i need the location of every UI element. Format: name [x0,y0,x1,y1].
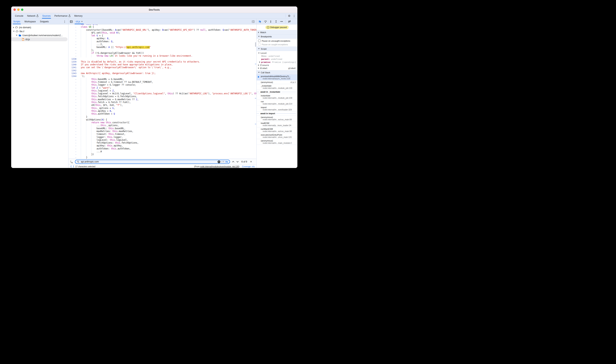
tab-close-icon[interactable]: × [81,20,83,23]
code-token: ._options, [106,124,119,127]
code-token: this [91,107,97,109]
scope-row[interactable]: parent:undefined [257,58,297,61]
previous-match-button[interactable] [232,161,234,162]
scope-value: undefined [268,55,280,57]
coverage-link[interactable]: Coverage: n/a [242,165,254,168]
zoom-window-button[interactable] [21,9,23,11]
call-stack-frame[interactable]: importnode:internal/m...esm/loader:329 [257,106,297,112]
navigator-more-icon[interactable]: ⋮ [63,20,66,23]
deactivate-breakpoints-button[interactable] [288,20,291,23]
tree-item-cli-js[interactable]: cli.js [11,37,68,41]
close-window-button[interactable] [14,9,16,11]
frame-name: (anonymous) [261,116,296,118]
navigator-tab-snippets[interactable]: Snippets [38,19,51,24]
scope-row[interactable]: this:undefined [257,54,297,58]
code-token: null [200,29,206,31]
chevron-right-icon[interactable] [13,27,14,28]
source-code-view[interactable]: var Xs0, $F1;-class $8 {-constructor({ba… [69,25,256,159]
chevron-down-icon[interactable] [13,31,14,32]
tree-item-file-[interactable]: file:// [11,29,68,33]
code-line: -logger: this.logger, [69,136,256,139]
section-scope[interactable]: Scope [257,47,297,51]
regex-toggle[interactable]: (.*) [222,161,224,163]
scope-row[interactable]: Closure [257,64,297,67]
chevron-down-icon[interactable] [258,53,260,54]
code-token: .logLevel, [115,139,128,141]
tree-item--no-domain-[interactable]: (no domain) [11,25,68,29]
section-call-stack[interactable]: Call Stack [257,70,297,75]
editor-pane: cli.js× var Xs0, $F1;-class $8 {-constru… [69,19,256,168]
panel-tab-memory[interactable]: Memory [72,13,84,19]
breakpoint-option[interactable]: Pause on caught exceptions [257,43,297,46]
code-token: (!G.dangerouslyAllowBrowser && Ys0()) [94,52,144,54]
code-token: .baseURL = G.baseURL, [97,78,124,80]
chevron-right-icon[interactable] [258,67,259,69]
chevron-right-icon[interactable] [258,65,259,66]
panel-tab-console[interactable]: Console [13,13,25,19]
scope-row[interactable]: Globalglobal [257,67,297,70]
scope-value: undefined [271,58,282,60]
tab-cli-js[interactable]: cli.js× [73,19,85,24]
scope-row[interactable]: Local [257,52,297,54]
call-stack-frame[interactable]: runnode:internal/m...module_job:214 [257,100,297,106]
call-stack-frame[interactable]: (anonymous)cli.js:1 [257,80,297,84]
clear-search-icon[interactable]: × [218,160,220,163]
settings-gear-icon[interactable]: ⚙ [288,14,291,17]
call-stack-frame[interactable]: _instantiatenode:internal/m...module_job… [257,84,297,90]
frame-name: instantiate [261,94,296,97]
panel-tab-performance[interactable]: Performance [53,13,72,19]
breakpoint-option[interactable]: Pause on uncaught exceptions [257,39,297,43]
line-content: } [79,156,256,159]
code-token: ) { [103,118,107,121]
section-watch[interactable]: Watch [257,30,297,35]
hide-navigator-icon[interactable] [70,20,73,23]
panel-tab-network[interactable]: Network [25,13,40,19]
call-stack-frame[interactable]: loadESMnode:internal/p.../esm_loader:34 [257,121,297,127]
call-stack-frame[interactable]: (anonymous)node:internal/m...es/run_main… [257,116,297,121]
navigator-tab-scripts[interactable]: Scripts [11,19,22,24]
show-debugger-sidebar-icon[interactable] [252,20,254,23]
pretty-print-icon[interactable]: { } [70,165,74,168]
close-find-bar-icon[interactable]: × [250,160,252,163]
search-input[interactable] [80,160,216,163]
call-stack-frame[interactable]: (anonymous)node:internal/m...main_module… [257,139,297,145]
call-stack-frame[interactable]: executeUserEntryPointnode:internal/m...s… [257,133,297,139]
step-into-button[interactable] [269,20,272,23]
step-button[interactable] [280,20,283,23]
code-line: -this.baseURL = G.baseURL, [69,78,256,81]
match-case-toggle[interactable]: Aa [225,161,228,163]
from-link[interactable]: node:internal/modules/esm/module_job:130 [200,165,239,168]
chevron-right-icon[interactable] [259,61,260,63]
step-over-button[interactable] [264,20,267,23]
line-gutter: - [69,40,79,43]
next-match-button[interactable] [236,161,239,162]
code-token: , $F1, Xs0, [100,104,116,106]
find-mode-icon[interactable]: AB [70,160,73,163]
call-stack-frame[interactable]: instantiatenode:internal/m...module_job:… [257,94,297,100]
tree-item-users-jinhuilee-nvm-versions-node-v2-[interactable]: Users/jinhuilee/.nvm/versions/node/v2... [11,33,68,37]
code-token: A [115,29,116,31]
code-token: constructor({baseURL: [86,29,115,31]
code-token: ...A [97,150,102,153]
step-out-button[interactable] [275,20,278,23]
minimize-window-button[interactable] [17,9,20,11]
chevron-down-icon[interactable] [16,35,17,36]
scope-row[interactable]: promise:Promise {<pending>} [257,61,297,64]
call-stack-frame[interactable]: runMainESMnode:internal/m...es/run_main:… [257,127,297,133]
panel-tab-sources[interactable]: Sources [40,13,53,19]
call-stack-frame[interactable]: promiseInitHookWithDestroyTr...node:inte… [257,75,297,80]
editor-scrollbar-thumb[interactable] [255,42,256,47]
line-gutter: - [69,139,79,142]
code-token: " [149,46,151,49]
resume-script-button[interactable] [259,20,262,23]
navigator-tab-workspace[interactable]: Workspace [22,19,38,24]
code-token: Q [114,113,115,115]
line-content: return new this.constructor({ [79,121,256,124]
scope-group-value: global [288,67,296,69]
code-token: apiKey: [97,37,107,40]
section-breakpoints[interactable]: Breakpoints [257,35,297,39]
indent-guides [81,144,97,147]
code-token: ), apiKey: [148,29,162,31]
more-options-icon[interactable]: ⋮ [293,14,295,17]
checkbox[interactable] [258,39,261,42]
